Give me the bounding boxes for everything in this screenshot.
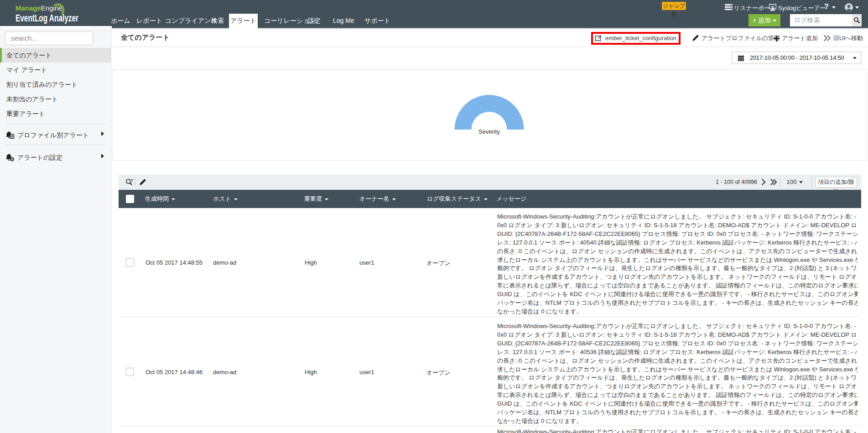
svg-text:01: 01 [771, 5, 774, 9]
